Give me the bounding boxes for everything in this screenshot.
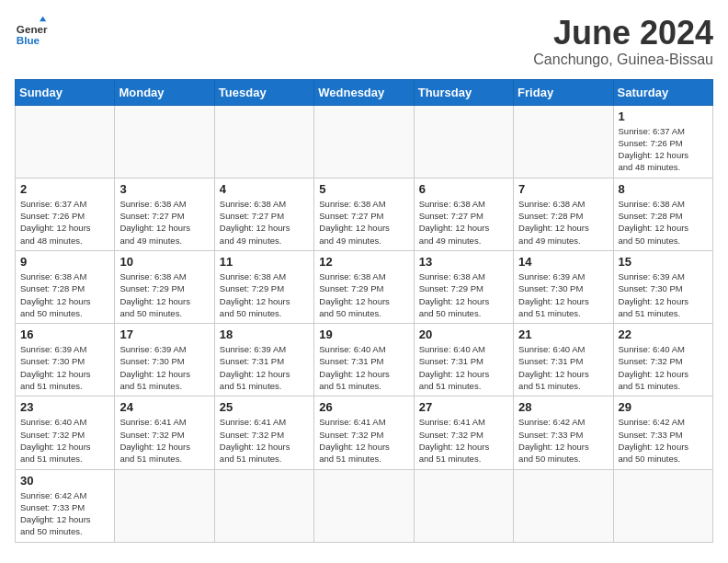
calendar-day-cell: 3Sunrise: 6:38 AMSunset: 7:27 PMDaylight…: [115, 178, 214, 250]
header-monday: Monday: [115, 79, 214, 105]
day-info: Sunrise: 6:42 AMSunset: 7:33 PMDaylight:…: [619, 416, 708, 465]
calendar-day-cell: [414, 105, 513, 178]
day-number: 22: [619, 327, 708, 341]
day-number: 4: [220, 182, 309, 196]
svg-marker-2: [40, 17, 46, 21]
day-number: 20: [419, 327, 508, 341]
day-number: 15: [619, 255, 708, 269]
day-info: Sunrise: 6:38 AMSunset: 7:28 PMDaylight:…: [619, 198, 708, 247]
header-saturday: Saturday: [613, 79, 712, 105]
day-info: Sunrise: 6:41 AMSunset: 7:32 PMDaylight:…: [119, 416, 209, 465]
calendar-day-cell: 16Sunrise: 6:39 AMSunset: 7:30 PMDayligh…: [16, 324, 115, 396]
day-number: 9: [20, 255, 109, 269]
header-tuesday: Tuesday: [214, 79, 313, 105]
day-number: 8: [619, 182, 708, 196]
calendar-day-cell: 27Sunrise: 6:41 AMSunset: 7:32 PMDayligh…: [414, 396, 513, 469]
day-info: Sunrise: 6:38 AMSunset: 7:27 PMDaylight:…: [319, 198, 408, 247]
day-number: 18: [220, 327, 309, 341]
calendar-day-cell: 25Sunrise: 6:41 AMSunset: 7:32 PMDayligh…: [214, 396, 313, 469]
calendar-day-cell: 6Sunrise: 6:38 AMSunset: 7:27 PMDaylight…: [414, 178, 513, 250]
day-info: Sunrise: 6:38 AMSunset: 7:27 PMDaylight:…: [220, 198, 309, 247]
calendar-day-cell: 20Sunrise: 6:40 AMSunset: 7:31 PMDayligh…: [414, 324, 513, 396]
day-number: 19: [319, 327, 408, 341]
calendar-day-cell: 29Sunrise: 6:42 AMSunset: 7:33 PMDayligh…: [613, 396, 712, 469]
calendar-day-cell: [414, 469, 513, 542]
calendar-week-row: 16Sunrise: 6:39 AMSunset: 7:30 PMDayligh…: [16, 324, 713, 396]
day-number: 3: [119, 182, 209, 196]
calendar-week-row: 2Sunrise: 6:37 AMSunset: 7:26 PMDaylight…: [16, 178, 713, 250]
calendar-day-cell: 4Sunrise: 6:38 AMSunset: 7:27 PMDaylight…: [214, 178, 313, 250]
calendar-table: Sunday Monday Tuesday Wednesday Thursday…: [15, 79, 713, 543]
day-info: Sunrise: 6:37 AMSunset: 7:26 PMDaylight:…: [619, 125, 708, 174]
day-number: 27: [419, 400, 508, 414]
day-info: Sunrise: 6:41 AMSunset: 7:32 PMDaylight:…: [319, 416, 408, 465]
calendar-week-row: 9Sunrise: 6:38 AMSunset: 7:28 PMDaylight…: [16, 250, 713, 323]
header-sunday: Sunday: [16, 79, 115, 105]
day-info: Sunrise: 6:39 AMSunset: 7:31 PMDaylight:…: [220, 343, 309, 392]
day-number: 5: [319, 182, 408, 196]
svg-text:Blue: Blue: [17, 34, 40, 46]
day-number: 21: [518, 327, 608, 341]
calendar-day-cell: [214, 105, 313, 178]
calendar-day-cell: 11Sunrise: 6:38 AMSunset: 7:29 PMDayligh…: [214, 250, 313, 323]
day-number: 16: [20, 327, 109, 341]
day-info: Sunrise: 6:42 AMSunset: 7:33 PMDaylight:…: [20, 489, 109, 538]
day-info: Sunrise: 6:38 AMSunset: 7:29 PMDaylight:…: [419, 270, 508, 319]
calendar-day-cell: [214, 469, 313, 542]
calendar-day-cell: [16, 105, 115, 178]
day-info: Sunrise: 6:38 AMSunset: 7:29 PMDaylight:…: [220, 270, 309, 319]
day-info: Sunrise: 6:39 AMSunset: 7:30 PMDaylight:…: [20, 343, 109, 392]
day-number: 23: [20, 400, 109, 414]
day-info: Sunrise: 6:38 AMSunset: 7:29 PMDaylight:…: [319, 270, 408, 319]
day-number: 28: [518, 400, 608, 414]
calendar-day-cell: 26Sunrise: 6:41 AMSunset: 7:32 PMDayligh…: [314, 396, 414, 469]
calendar-week-row: 1Sunrise: 6:37 AMSunset: 7:26 PMDaylight…: [16, 105, 713, 178]
day-info: Sunrise: 6:38 AMSunset: 7:28 PMDaylight:…: [518, 198, 608, 247]
day-info: Sunrise: 6:41 AMSunset: 7:32 PMDaylight:…: [220, 416, 309, 465]
header-thursday: Thursday: [414, 79, 513, 105]
day-number: 2: [20, 182, 109, 196]
day-info: Sunrise: 6:40 AMSunset: 7:31 PMDaylight:…: [518, 343, 608, 392]
day-info: Sunrise: 6:38 AMSunset: 7:29 PMDaylight:…: [119, 270, 209, 319]
calendar-day-cell: 18Sunrise: 6:39 AMSunset: 7:31 PMDayligh…: [214, 324, 313, 396]
calendar-day-cell: 22Sunrise: 6:40 AMSunset: 7:32 PMDayligh…: [613, 324, 712, 396]
logo: General Blue: [15, 15, 48, 48]
calendar-day-cell: 23Sunrise: 6:40 AMSunset: 7:32 PMDayligh…: [16, 396, 115, 469]
day-number: 24: [119, 400, 209, 414]
day-info: Sunrise: 6:40 AMSunset: 7:32 PMDaylight:…: [20, 416, 109, 465]
calendar-week-row: 23Sunrise: 6:40 AMSunset: 7:32 PMDayligh…: [16, 396, 713, 469]
calendar-day-cell: 30Sunrise: 6:42 AMSunset: 7:33 PMDayligh…: [16, 469, 115, 542]
location-title: Canchungo, Guinea-Bissau: [533, 52, 713, 68]
calendar-day-cell: 2Sunrise: 6:37 AMSunset: 7:26 PMDaylight…: [16, 178, 115, 250]
day-number: 6: [419, 182, 508, 196]
calendar-day-cell: [115, 469, 214, 542]
day-info: Sunrise: 6:38 AMSunset: 7:27 PMDaylight:…: [419, 198, 508, 247]
calendar-day-cell: [115, 105, 214, 178]
calendar-day-cell: [613, 469, 712, 542]
calendar-day-cell: 28Sunrise: 6:42 AMSunset: 7:33 PMDayligh…: [514, 396, 613, 469]
calendar-day-cell: [514, 105, 613, 178]
day-number: 17: [119, 327, 209, 341]
calendar-day-cell: 24Sunrise: 6:41 AMSunset: 7:32 PMDayligh…: [115, 396, 214, 469]
day-info: Sunrise: 6:40 AMSunset: 7:31 PMDaylight:…: [419, 343, 508, 392]
calendar-day-cell: 7Sunrise: 6:38 AMSunset: 7:28 PMDaylight…: [514, 178, 613, 250]
calendar-day-cell: 13Sunrise: 6:38 AMSunset: 7:29 PMDayligh…: [414, 250, 513, 323]
day-info: Sunrise: 6:37 AMSunset: 7:26 PMDaylight:…: [20, 198, 109, 247]
header-wednesday: Wednesday: [314, 79, 414, 105]
day-info: Sunrise: 6:38 AMSunset: 7:28 PMDaylight:…: [20, 270, 109, 319]
day-number: 7: [518, 182, 608, 196]
header-friday: Friday: [514, 79, 613, 105]
calendar-day-cell: 15Sunrise: 6:39 AMSunset: 7:30 PMDayligh…: [613, 250, 712, 323]
day-info: Sunrise: 6:39 AMSunset: 7:30 PMDaylight:…: [619, 270, 708, 319]
day-info: Sunrise: 6:40 AMSunset: 7:32 PMDaylight:…: [619, 343, 708, 392]
page-header: General Blue June 2024 Canchungo, Guinea…: [15, 15, 713, 68]
calendar-day-cell: [514, 469, 613, 542]
month-title: June 2024: [533, 15, 713, 52]
calendar-day-cell: 12Sunrise: 6:38 AMSunset: 7:29 PMDayligh…: [314, 250, 414, 323]
day-number: 26: [319, 400, 408, 414]
day-number: 10: [119, 255, 209, 269]
day-info: Sunrise: 6:40 AMSunset: 7:31 PMDaylight:…: [319, 343, 408, 392]
day-number: 13: [419, 255, 508, 269]
calendar-day-cell: 19Sunrise: 6:40 AMSunset: 7:31 PMDayligh…: [314, 324, 414, 396]
calendar-day-cell: 9Sunrise: 6:38 AMSunset: 7:28 PMDaylight…: [16, 250, 115, 323]
